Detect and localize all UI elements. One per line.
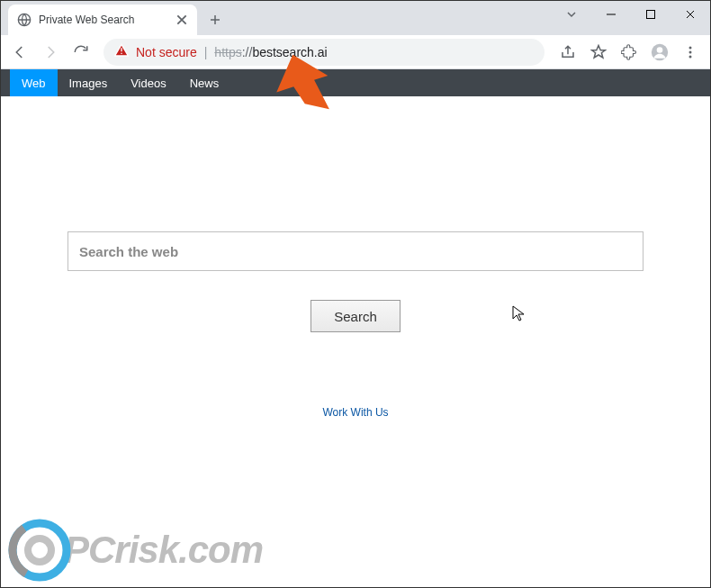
new-tab-button[interactable] [202,7,228,32]
globe-icon [17,13,32,27]
bookmark-star-icon[interactable] [584,38,613,67]
watermark-text: PCrisk.com [64,529,263,572]
search-input[interactable] [68,231,644,271]
not-secure-label: Not secure [136,45,197,59]
pcrisk-logo-icon [8,519,71,582]
svg-point-5 [689,50,692,53]
share-icon[interactable] [554,38,582,67]
url-divider: | [204,45,208,59]
profile-avatar-icon[interactable] [645,38,674,67]
menu-icon[interactable] [676,38,705,67]
title-bar: Private Web Search [1,1,710,35]
forward-button[interactable] [37,39,64,66]
back-button[interactable] [6,39,33,66]
warning-icon [114,43,129,60]
address-bar[interactable]: Not secure | https://bestsearch.ai [104,39,544,66]
window-controls [552,1,710,28]
close-icon[interactable] [176,14,188,26]
work-with-us-link[interactable]: Work With Us [322,406,388,419]
tab-title: Private Web Search [39,14,168,26]
browser-toolbar: Not secure | https://bestsearch.ai [1,35,710,69]
reload-button[interactable] [68,39,94,66]
svg-rect-1 [647,11,655,19]
svg-point-6 [689,55,692,58]
browser-tab[interactable]: Private Web Search [8,5,197,35]
pcrisk-watermark: PCrisk.com [8,519,263,582]
svg-point-4 [689,46,692,49]
svg-point-9 [28,538,51,562]
maximize-button[interactable] [631,1,670,28]
site-nav: Web Images Videos News [1,69,710,96]
nav-web[interactable]: Web [10,69,58,96]
svg-point-3 [657,47,663,53]
nav-news[interactable]: News [178,69,231,96]
search-button[interactable]: Search [310,300,400,332]
extensions-icon[interactable] [615,38,644,67]
nav-images[interactable]: Images [58,69,120,96]
svg-point-8 [8,519,71,582]
close-window-button[interactable] [670,1,710,28]
chevron-down-icon[interactable] [552,1,591,28]
nav-videos[interactable]: Videos [119,69,178,96]
url-text: https://bestsearch.ai [214,45,327,59]
minimize-button[interactable] [591,1,631,28]
page-content: Web Images Videos News Search Work With … [1,69,710,587]
